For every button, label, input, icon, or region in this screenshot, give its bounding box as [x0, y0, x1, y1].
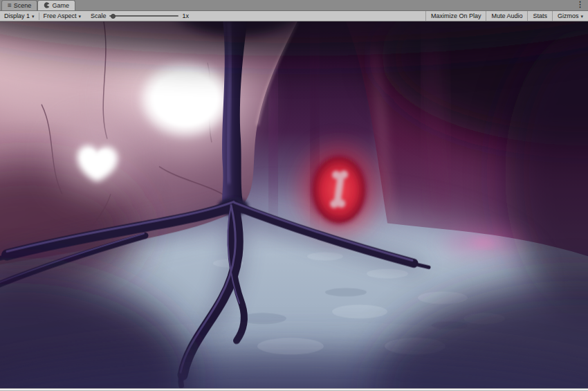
stats-button[interactable]: Stats: [527, 11, 552, 21]
aspect-dropdown[interactable]: Free Aspect ▾: [39, 11, 86, 21]
display-dropdown-value: Display 1: [4, 12, 30, 19]
chevron-down-icon: ▾: [79, 14, 82, 19]
scale-slider-knob[interactable]: [111, 14, 116, 19]
gizmos-dropdown[interactable]: Gizmos ▾: [552, 11, 588, 21]
display-dropdown[interactable]: Display 1 ▾: [0, 11, 39, 21]
tab-game-label: Game: [52, 2, 69, 9]
scale-label: Scale: [85, 12, 109, 19]
pink-floor-glow: [443, 230, 526, 254]
kebab-menu-icon[interactable]: ⋮: [572, 0, 588, 10]
game-viewport[interactable]: [0, 21, 588, 388]
stats-label: Stats: [533, 12, 547, 19]
game-scene: [0, 21, 588, 388]
mute-audio-label: Mute Audio: [491, 12, 522, 19]
scale-value: 1x: [178, 12, 194, 19]
mute-audio-button[interactable]: Mute Audio: [486, 11, 527, 21]
tab-strip: ≡ Scene Game ⋮: [0, 0, 588, 11]
maximize-on-play-label: Maximize On Play: [431, 12, 481, 19]
toolbar-right-group: Maximize On Play Mute Audio Stats Gizmos…: [425, 11, 588, 21]
aspect-dropdown-value: Free Aspect: [44, 12, 77, 19]
eye-glow-small: [61, 128, 133, 192]
scale-slider[interactable]: [109, 12, 178, 20]
maximize-on-play-button[interactable]: Maximize On Play: [425, 11, 486, 21]
tab-scene[interactable]: ≡ Scene: [1, 0, 37, 10]
game-view-icon: [44, 2, 50, 10]
chevron-down-icon: ▾: [32, 14, 35, 19]
tab-scene-label: Scene: [14, 2, 32, 9]
game-toolbar: Display 1 ▾ Free Aspect ▾ Scale 1x Maxim…: [0, 11, 588, 21]
chevron-down-icon: ▾: [580, 14, 583, 19]
panel-menu-icon: ≡: [8, 2, 12, 9]
red-portal: [299, 145, 379, 236]
window-bottom-edge: [0, 388, 588, 390]
unity-game-view-window: ≡ Scene Game ⋮ Display 1 ▾ Free Aspect ▾…: [0, 0, 588, 391]
tab-game[interactable]: Game: [37, 0, 75, 10]
gizmos-label: Gizmos: [558, 12, 579, 19]
scale-slider-track[interactable]: [109, 15, 178, 17]
